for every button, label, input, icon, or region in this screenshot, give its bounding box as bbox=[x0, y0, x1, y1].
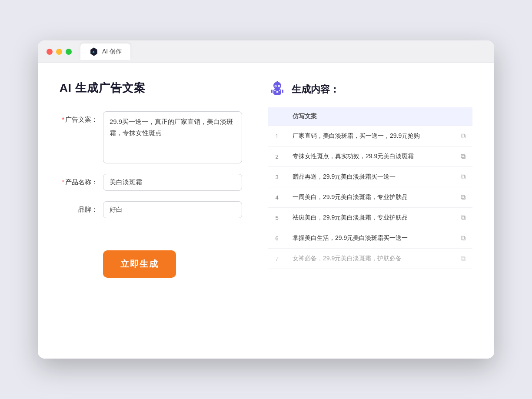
table-index-header bbox=[268, 107, 286, 126]
table-content-header: 仿写文案 bbox=[286, 107, 454, 126]
svg-point-7 bbox=[279, 86, 279, 86]
table-row: 6掌握美白生活，29.9元美白淡斑霜买一送一⧉ bbox=[268, 228, 472, 249]
svg-rect-14 bbox=[282, 90, 283, 93]
row-text: 一周美白，29.9元美白淡斑霜，专业护肤品 bbox=[286, 187, 454, 208]
tab-label: AI 创作 bbox=[102, 48, 122, 56]
table-row: 2专抹女性斑点，真实功效，29.9元美白淡斑霜⧉ bbox=[268, 146, 472, 167]
copy-icon[interactable]: ⧉ bbox=[461, 214, 466, 221]
copy-cell[interactable]: ⧉ bbox=[454, 228, 472, 249]
result-table: 仿写文案 1厂家直销，美白淡斑霜，买一送一，29.9元抢购⧉2专抹女性斑点，真实… bbox=[268, 107, 472, 269]
titlebar: AI AI 创作 bbox=[38, 40, 494, 63]
copy-cell[interactable]: ⧉ bbox=[454, 187, 472, 208]
right-panel: 生成内容： 仿写文案 1厂家直销，美白淡斑霜，买一送一，29.9元抢购⧉2专抹女… bbox=[268, 80, 472, 341]
ai-tab[interactable]: AI AI 创作 bbox=[80, 43, 130, 60]
row-index: 3 bbox=[268, 167, 286, 187]
copy-icon[interactable]: ⧉ bbox=[461, 193, 466, 201]
svg-rect-10 bbox=[279, 90, 280, 91]
copy-cell[interactable]: ⧉ bbox=[454, 208, 472, 228]
row-text: 厂家直销，美白淡斑霜，买一送一，29.9元抢购 bbox=[286, 126, 454, 146]
browser-window: AI AI 创作 AI 生成广告文案 广告文案： 29.9买一送一，真正的厂家直… bbox=[38, 40, 494, 359]
table-row: 7女神必备，29.9元美白淡斑霜，护肤必备⧉ bbox=[268, 249, 472, 269]
copy-cell[interactable]: ⧉ bbox=[454, 249, 472, 269]
maximize-button[interactable] bbox=[66, 49, 72, 55]
copy-cell[interactable]: ⧉ bbox=[454, 126, 472, 146]
product-name-row: 产品名称： bbox=[60, 174, 242, 191]
ad-copy-label: 广告文案： bbox=[60, 111, 103, 124]
left-panel: AI 生成广告文案 广告文案： 29.9买一送一，真正的厂家直销，美白淡斑霜，专… bbox=[60, 80, 242, 341]
table-row: 3赠品再送，29.9元美白淡斑霜买一送一⧉ bbox=[268, 167, 472, 187]
product-name-label: 产品名称： bbox=[60, 174, 103, 186]
row-text: 赠品再送，29.9元美白淡斑霜买一送一 bbox=[286, 167, 454, 187]
copy-cell[interactable]: ⧉ bbox=[454, 167, 472, 187]
generate-button[interactable]: 立即生成 bbox=[103, 250, 176, 278]
svg-rect-9 bbox=[274, 90, 276, 91]
result-header: 生成内容： bbox=[268, 80, 472, 99]
robot-icon bbox=[268, 80, 286, 99]
svg-point-12 bbox=[277, 81, 278, 82]
row-index: 2 bbox=[268, 146, 286, 167]
brand-input[interactable] bbox=[103, 201, 242, 218]
brand-label: 品牌： bbox=[60, 201, 103, 214]
row-text: 掌握美白生活，29.9元美白淡斑霜买一送一 bbox=[286, 228, 454, 249]
copy-icon[interactable]: ⧉ bbox=[461, 132, 466, 140]
svg-rect-8 bbox=[276, 91, 279, 93]
row-text: 祛斑美白，29.9元美白淡斑霜，专业护肤品 bbox=[286, 208, 454, 228]
row-index: 6 bbox=[268, 228, 286, 249]
row-index: 7 bbox=[268, 249, 286, 269]
ad-copy-input[interactable]: 29.9买一送一，真正的厂家直销，美白淡斑霜，专抹女性斑点 bbox=[103, 111, 242, 163]
page-title: AI 生成广告文案 bbox=[60, 80, 242, 96]
table-row: 1厂家直销，美白淡斑霜，买一送一，29.9元抢购⧉ bbox=[268, 126, 472, 146]
copy-cell[interactable]: ⧉ bbox=[454, 146, 472, 167]
table-row: 4一周美白，29.9元美白淡斑霜，专业护肤品⧉ bbox=[268, 187, 472, 208]
svg-point-6 bbox=[275, 86, 276, 86]
result-title: 生成内容： bbox=[292, 83, 339, 96]
brand-row: 品牌： bbox=[60, 201, 242, 218]
row-index: 1 bbox=[268, 126, 286, 146]
content-area: AI 生成广告文案 广告文案： 29.9买一送一，真正的厂家直销，美白淡斑霜，专… bbox=[38, 63, 494, 359]
ad-copy-row: 广告文案： 29.9买一送一，真正的厂家直销，美白淡斑霜，专抹女性斑点 bbox=[60, 111, 242, 163]
ai-tab-icon: AI bbox=[89, 47, 99, 57]
minimize-button[interactable] bbox=[56, 49, 62, 55]
row-index: 4 bbox=[268, 187, 286, 208]
row-text: 专抹女性斑点，真实功效，29.9元美白淡斑霜 bbox=[286, 146, 454, 167]
copy-icon[interactable]: ⧉ bbox=[461, 173, 466, 180]
svg-text:AI: AI bbox=[93, 50, 96, 53]
table-action-header bbox=[454, 107, 472, 126]
close-button[interactable] bbox=[47, 49, 53, 55]
row-index: 5 bbox=[268, 208, 286, 228]
row-text: 女神必备，29.9元美白淡斑霜，护肤必备 bbox=[286, 249, 454, 269]
table-row: 5祛斑美白，29.9元美白淡斑霜，专业护肤品⧉ bbox=[268, 208, 472, 228]
copy-icon[interactable]: ⧉ bbox=[461, 234, 466, 242]
product-name-input[interactable] bbox=[103, 174, 242, 191]
copy-icon[interactable]: ⧉ bbox=[461, 153, 466, 160]
copy-icon[interactable]: ⧉ bbox=[461, 255, 466, 262]
svg-rect-13 bbox=[271, 90, 273, 93]
traffic-lights bbox=[47, 49, 72, 55]
